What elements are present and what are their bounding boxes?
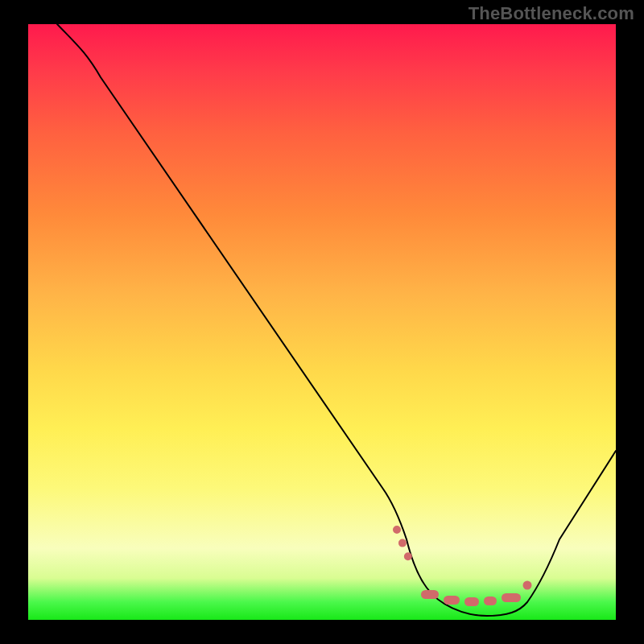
highlight-flat-3 (464, 597, 479, 606)
watermark-text: TheBottleneck.com (469, 3, 634, 24)
highlight-flat-5 (502, 593, 521, 602)
highlight-dot-right (523, 581, 532, 590)
highlight-flat-1 (421, 590, 439, 599)
chart-frame: TheBottleneck.com (0, 0, 644, 644)
plot-svg (28, 24, 616, 620)
bottleneck-curve (57, 24, 616, 616)
highlight-flat-2 (444, 596, 460, 605)
plot-area (28, 24, 616, 620)
highlight-flat-4 (484, 597, 497, 605)
